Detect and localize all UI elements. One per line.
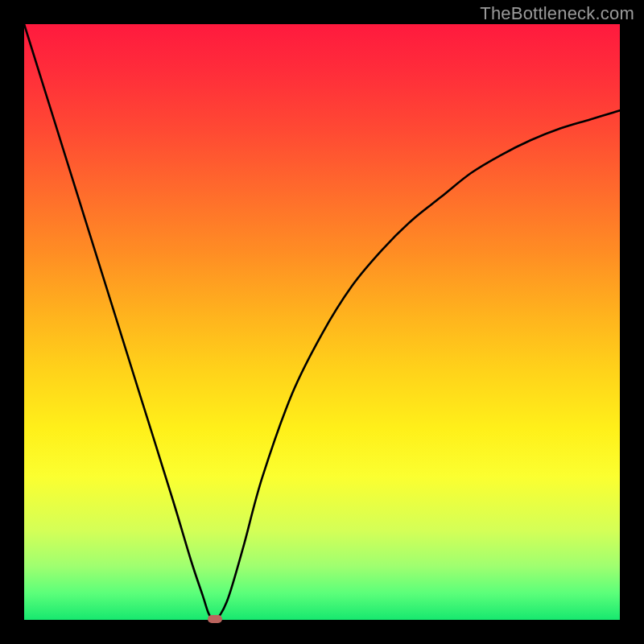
curve-svg [24, 24, 620, 620]
plot-area [24, 24, 620, 620]
min-point-marker [208, 615, 222, 623]
chart-frame: TheBottleneck.com [0, 0, 644, 644]
watermark-text: TheBottleneck.com [480, 3, 634, 24]
bottleneck-curve [24, 24, 620, 620]
